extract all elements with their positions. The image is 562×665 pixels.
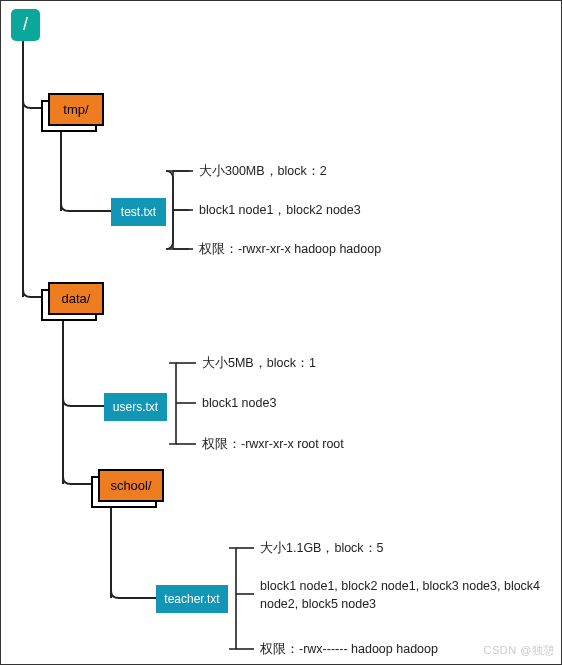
file-test: test.txt — [111, 198, 166, 226]
folder-school: school/ — [98, 469, 164, 501]
file-users: users.txt — [104, 393, 167, 421]
folder-school-label: school/ — [98, 469, 164, 502]
folder-data-label: data/ — [48, 282, 104, 315]
folder-tmp: tmp/ — [48, 93, 104, 125]
users-blocks: block1 node3 — [202, 395, 276, 413]
users-size: 大小5MB，block：1 — [202, 355, 316, 373]
root-node: / — [11, 9, 40, 41]
watermark: CSDN @独憩 — [484, 643, 555, 658]
file-teacher: teacher.txt — [156, 585, 228, 613]
users-perm: 权限：-rwxr-xr-x root root — [202, 436, 344, 454]
diagram-canvas: / tmp/ test.txt 大小300MB，block：2 block1 n… — [0, 0, 562, 665]
teacher-perm: 权限：-rwx------ hadoop hadoop — [260, 641, 438, 659]
test-blocks: block1 node1，block2 node3 — [199, 202, 361, 220]
folder-tmp-label: tmp/ — [48, 93, 104, 126]
teacher-blocks: block1 node1, block2 node1, block3 node3… — [260, 578, 550, 613]
teacher-size: 大小1.1GB，block：5 — [260, 540, 384, 558]
folder-data: data/ — [48, 282, 104, 314]
test-size: 大小300MB，block：2 — [199, 163, 327, 181]
test-perm: 权限：-rwxr-xr-x hadoop hadoop — [199, 241, 381, 259]
